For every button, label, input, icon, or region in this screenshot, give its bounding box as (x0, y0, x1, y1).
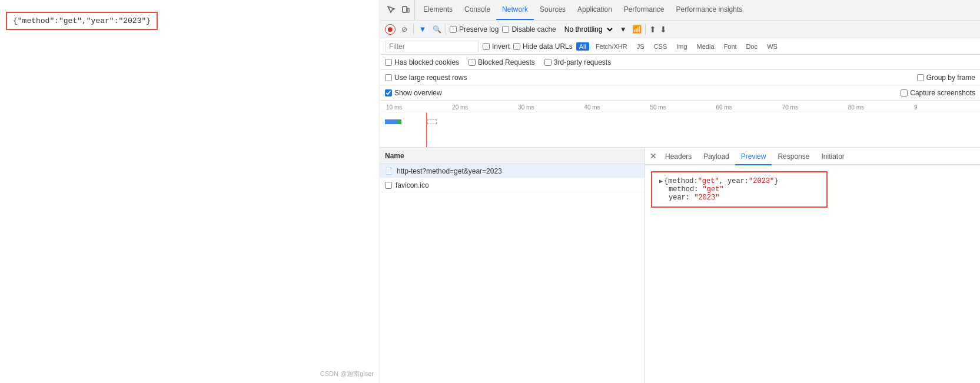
request-row-http-test[interactable]: 📄 http-test?method=get&year=2023 (380, 164, 645, 178)
detail-tabs-bar: ✕ Headers Payload Preview Response Initi… (645, 148, 980, 165)
ruler-mark-70ms: 70 ms (782, 104, 848, 112)
invert-checkbox[interactable] (483, 43, 490, 50)
upload-icon[interactable]: ⬆ (649, 25, 656, 34)
record-button[interactable]: ⏺ (385, 24, 396, 35)
timeline-content (380, 112, 980, 148)
preview-details: method: "get" year: "2023" (659, 185, 819, 202)
show-overview-checkbox[interactable] (385, 89, 392, 96)
blocked-requests-checkbox[interactable] (469, 59, 476, 66)
requests-panel: Name 📄 http-test?method=get&year=2023 fa… (380, 148, 645, 383)
requests-list: 📄 http-test?method=get&year=2023 favicon… (380, 164, 645, 383)
show-overview-row: Show overview Capture screenshots (380, 85, 980, 101)
tab-performance[interactable]: Performance (618, 0, 670, 20)
timeline-bar-blue (385, 119, 397, 124)
network-toolbar: ⏺ ⊘ ▼ 🔍 Preserve log Disable cache No th… (380, 21, 980, 38)
checkboxes-row: Has blocked cookies Blocked Requests 3rd… (380, 55, 980, 70)
devtools-tabs-bar: Elements Console Network Sources Applica… (380, 0, 980, 21)
document-icon: 📄 (385, 167, 393, 175)
preview-box: ▶ {method: "get" , year: "2023" } method… (651, 171, 828, 208)
filter-icon[interactable]: ▼ (417, 24, 428, 35)
detail-tab-response[interactable]: Response (772, 149, 815, 165)
throttling-dropdown-icon[interactable]: ▼ (618, 24, 629, 35)
group-by-frame-label[interactable]: Group by frame (917, 74, 975, 82)
timeline-redline (426, 112, 427, 148)
wifi-icon: 📶 (632, 25, 642, 34)
ruler-mark-50ms: 50 ms (650, 104, 716, 112)
devtools-panel: Elements Console Network Sources Applica… (380, 0, 980, 383)
options-row-1: Use large request rows Group by frame (380, 70, 980, 85)
filter-row: Invert Hide data URLs All Fetch/XHR JS C… (380, 38, 980, 55)
timeline-ruler: 10 ms 20 ms 30 ms 40 ms 50 ms 60 ms 70 m… (380, 101, 980, 112)
inspect-icon[interactable] (386, 5, 397, 15)
invert-label[interactable]: Invert (483, 42, 510, 51)
detail-close-button[interactable]: ✕ (647, 148, 659, 164)
preview-method-row: method: "get" (669, 185, 819, 194)
filter-type-ws[interactable]: WS (764, 42, 780, 51)
tab-elements[interactable]: Elements (417, 0, 459, 20)
detail-tab-payload[interactable]: Payload (697, 149, 735, 165)
devtools-icon-group (383, 0, 415, 20)
detail-tab-preview[interactable]: Preview (735, 149, 772, 165)
filter-type-js[interactable]: JS (634, 42, 647, 51)
throttling-select[interactable]: No throttling (560, 24, 614, 35)
download-icon[interactable]: ⬇ (660, 25, 667, 34)
third-party-requests-checkbox[interactable] (544, 59, 552, 66)
filter-type-img[interactable]: Img (673, 42, 690, 51)
timeline-area[interactable]: 10 ms 20 ms 30 ms 40 ms 50 ms 60 ms 70 m… (380, 101, 980, 148)
left-panel: {"method":"get","year":"2023"} CSDN @迦南g… (0, 0, 380, 383)
group-by-frame-checkbox[interactable] (917, 74, 924, 81)
search-icon[interactable]: 🔍 (431, 24, 442, 35)
detail-tab-headers[interactable]: Headers (659, 149, 697, 165)
detail-tab-initiator[interactable]: Initiator (815, 149, 850, 165)
watermark: CSDN @迦南giser (320, 369, 374, 378)
capture-screenshots-label[interactable]: Capture screenshots (901, 89, 975, 97)
has-blocked-cookies-checkbox[interactable] (385, 59, 392, 66)
json-text: {"method":"get","year":"2023"} (13, 16, 151, 25)
request-row-favicon[interactable]: favicon.ico (380, 178, 645, 192)
tab-sources[interactable]: Sources (534, 0, 572, 20)
tab-performance-insights[interactable]: Performance insights (670, 0, 749, 20)
filter-type-doc[interactable]: Doc (743, 42, 761, 51)
main-content-area: Name 📄 http-test?method=get&year=2023 fa… (380, 148, 980, 383)
toolbar-divider-1 (413, 24, 414, 35)
ruler-mark-30ms: 30 ms (518, 104, 584, 112)
preview-content: ▶ {method: "get" , year: "2023" } method… (645, 165, 980, 383)
filter-type-font[interactable]: Font (721, 42, 740, 51)
capture-screenshots-checkbox[interactable] (901, 89, 908, 96)
ruler-mark-20ms: 20 ms (452, 104, 518, 112)
ruler-mark-10ms: 10 ms (386, 104, 452, 112)
hide-data-urls-label[interactable]: Hide data URLs (513, 42, 573, 51)
expand-triangle-icon[interactable]: ▶ (659, 178, 663, 185)
filter-type-fetchxhr[interactable]: Fetch/XHR (593, 42, 630, 51)
json-display-box: {"method":"get","year":"2023"} (6, 12, 158, 30)
preserve-log-label[interactable]: Preserve log (450, 25, 499, 34)
clear-button[interactable]: ⊘ (399, 24, 410, 35)
tab-network[interactable]: Network (496, 0, 534, 20)
has-blocked-cookies-label[interactable]: Has blocked cookies (385, 58, 459, 66)
detail-panel: ✕ Headers Payload Preview Response Initi… (645, 148, 980, 383)
filter-type-media[interactable]: Media (694, 42, 717, 51)
use-large-rows-checkbox[interactable] (385, 74, 392, 81)
ruler-mark-80ms: 80 ms (848, 104, 914, 112)
filter-type-all[interactable]: All (576, 42, 589, 51)
svg-rect-1 (407, 8, 409, 12)
filter-type-css[interactable]: CSS (651, 42, 670, 51)
tab-console[interactable]: Console (459, 0, 496, 20)
toolbar-divider-3 (645, 24, 646, 35)
favicon-checkbox[interactable] (385, 182, 392, 189)
blocked-requests-label[interactable]: Blocked Requests (469, 58, 535, 66)
device-icon[interactable] (400, 5, 411, 15)
ruler-mark-40ms: 40 ms (584, 104, 650, 112)
disable-cache-checkbox[interactable] (502, 26, 509, 33)
preserve-log-checkbox[interactable] (450, 26, 457, 33)
tab-application[interactable]: Application (572, 0, 618, 20)
disable-cache-label[interactable]: Disable cache (502, 25, 556, 34)
preview-year-row: year: "2023" (669, 194, 819, 202)
use-large-rows-label[interactable]: Use large request rows (385, 74, 467, 82)
third-party-requests-label[interactable]: 3rd-party requests (544, 58, 611, 66)
show-overview-label[interactable]: Show overview (385, 89, 442, 97)
requests-header: Name (380, 148, 645, 164)
filter-input[interactable] (385, 41, 479, 52)
preview-first-line: ▶ {method: "get" , year: "2023" } (659, 177, 819, 185)
hide-data-urls-checkbox[interactable] (513, 43, 520, 50)
